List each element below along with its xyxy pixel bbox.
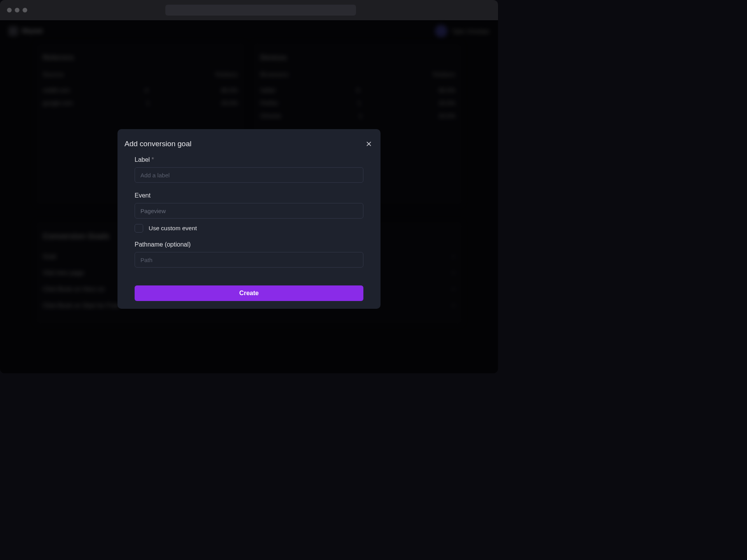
- close-icon: [366, 141, 372, 147]
- url-bar[interactable]: [165, 5, 356, 16]
- label-form-group: Label *: [135, 156, 363, 183]
- create-button[interactable]: Create: [135, 285, 363, 301]
- window-max-dot[interactable]: [23, 8, 27, 12]
- custom-event-checkbox[interactable]: [135, 224, 143, 233]
- modal-title: Add conversion goal: [124, 140, 191, 148]
- custom-event-checkbox-label[interactable]: Use custom event: [149, 225, 197, 232]
- event-input[interactable]: [135, 203, 363, 219]
- pathname-form-group: Pathname (optional): [135, 241, 363, 268]
- label-input[interactable]: [135, 167, 363, 183]
- window-min-dot[interactable]: [15, 8, 19, 12]
- label-field-label: Label *: [135, 156, 363, 163]
- window-controls: [7, 8, 27, 12]
- modal-body: Label * Event Use custom event Pathname …: [124, 156, 374, 301]
- pathname-input[interactable]: [135, 252, 363, 268]
- event-field-label: Event: [135, 192, 363, 199]
- browser-chrome: [0, 0, 498, 20]
- close-button[interactable]: [364, 139, 374, 149]
- modal-header: Add conversion goal: [124, 139, 374, 156]
- window-close-dot[interactable]: [7, 8, 12, 12]
- event-form-group: Event: [135, 192, 363, 219]
- add-conversion-goal-modal: Add conversion goal Label * Event Use cu…: [117, 129, 381, 309]
- custom-event-checkbox-row: Use custom event: [135, 224, 363, 233]
- pathname-field-label: Pathname (optional): [135, 241, 363, 248]
